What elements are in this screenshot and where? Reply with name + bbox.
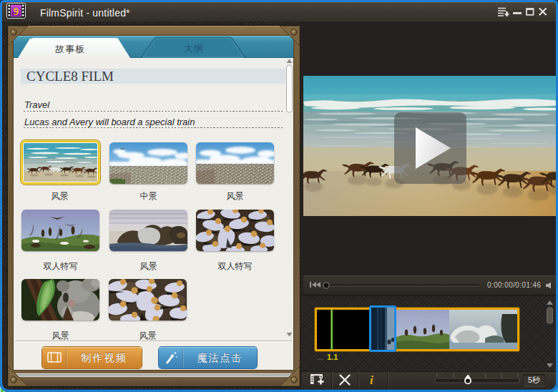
svg-text:i: i [370,373,373,387]
svg-text:9: 9 [14,6,19,17]
